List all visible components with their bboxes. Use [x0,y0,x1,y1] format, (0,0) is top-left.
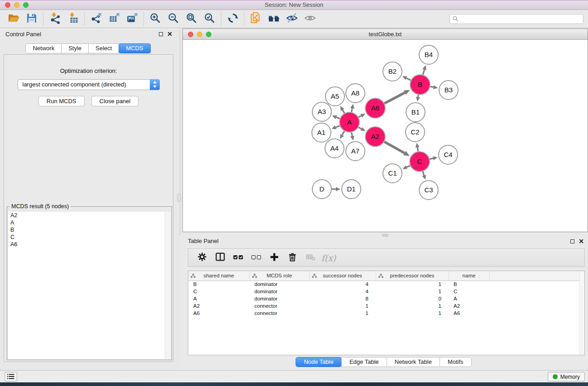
cell-mcds-role[interactable]: connector [249,310,309,317]
result-item-b[interactable]: B [8,226,171,234]
cell-shared-name[interactable]: C [188,288,249,295]
node-A7[interactable]: A7 [346,142,365,161]
cell-successor-nodes[interactable]: 4 [309,288,376,295]
table-row[interactable]: Bdominator41B [188,281,584,288]
table-settings-button[interactable] [193,251,211,265]
node-A8[interactable]: A8 [346,84,365,103]
cell-shared-name[interactable]: A6 [188,310,249,317]
network-canvas[interactable]: B4B2BB3A5A8A6B1A3AC2A1A2A4A7C4CC1C3DD1 [183,40,588,232]
run-mcds-button[interactable]: Run MCDS [38,96,85,106]
result-scrollbar[interactable] [165,212,171,359]
export-table-button[interactable] [105,11,123,27]
node-A4[interactable]: A4 [325,139,344,158]
node-D1[interactable]: D1 [342,180,361,199]
node-A5[interactable]: A5 [325,87,344,106]
cell-name[interactable]: B [449,281,489,288]
column-header-mcds-role[interactable]: MCDS role [249,271,309,281]
node-B1[interactable]: B1 [406,103,425,122]
refresh-network-button[interactable] [224,11,242,27]
home-view-button[interactable] [265,11,283,27]
clone-network-button[interactable] [247,11,265,27]
tab-mcds[interactable]: MCDS [119,43,150,53]
cell-successor-nodes[interactable]: 1 [309,302,376,310]
close-panel-button[interactable]: Close panel [91,96,139,106]
node-A2[interactable]: A2 [365,127,385,147]
node-C4[interactable]: C4 [439,145,458,164]
cell-name[interactable]: A [449,295,489,302]
tab-edge-table[interactable]: Edge Table [341,357,387,367]
column-header-name[interactable]: name [449,271,489,281]
add-column-button[interactable] [265,251,283,265]
save-session-button[interactable] [23,11,41,27]
table-row[interactable]: A6connector11A6 [188,310,584,317]
zoom-selected-button[interactable] [201,11,219,27]
node-A3[interactable]: A3 [312,102,331,121]
node-B3[interactable]: B3 [439,81,458,100]
column-header-shared-name[interactable]: shared name [188,271,249,281]
cell-predecessor-nodes[interactable]: 0 [376,295,449,302]
node-C2[interactable]: C2 [406,123,425,142]
cell-mcds-role[interactable]: dominator [249,288,309,295]
select-all-button[interactable] [229,251,247,265]
memory-button[interactable]: Memory [548,372,585,381]
cell-successor-nodes[interactable]: 1 [309,310,376,317]
result-item-a2[interactable]: A2 [8,212,171,219]
zoom-in-button[interactable] [146,11,164,27]
cell-predecessor-nodes[interactable]: 1 [376,281,449,288]
export-image-button[interactable] [123,11,141,27]
float-panel-icon[interactable] [159,32,163,36]
tab-motifs[interactable]: Motifs [440,357,472,367]
tab-select[interactable]: Select [88,43,119,53]
table-row[interactable]: A2connector11A2 [188,302,584,310]
tab-style[interactable]: Style [61,43,89,53]
cell-name[interactable]: A6 [449,310,489,317]
node-A[interactable]: A [339,112,359,132]
vertical-splitter-grip[interactable] [177,194,181,202]
node-A6[interactable]: A6 [365,98,385,118]
node-C1[interactable]: C1 [383,164,402,183]
result-item-a[interactable]: A [8,219,171,226]
result-item-a6[interactable]: A6 [8,241,171,248]
node-B2[interactable]: B2 [383,62,402,81]
table-row[interactable]: Adominator80A [188,295,584,302]
hide-selected-button[interactable] [283,11,301,27]
column-header-successor-nodes[interactable]: successor nodes [309,271,376,281]
cell-mcds-role[interactable]: dominator [249,295,309,302]
tab-network[interactable]: Network [25,43,62,53]
result-item-c[interactable]: C [8,234,171,241]
cell-predecessor-nodes[interactable]: 1 [376,310,449,317]
table-float-panel-icon[interactable] [570,239,574,243]
column-header-predecessor-nodes[interactable]: predecessor nodes [376,271,449,281]
node-C3[interactable]: C3 [419,181,438,200]
cell-name[interactable]: A2 [449,302,489,310]
cell-shared-name[interactable]: A [188,295,249,302]
zoom-out-button[interactable] [164,11,182,27]
cell-shared-name[interactable]: A2 [188,302,249,310]
table-row[interactable]: Cdominator41C [188,288,584,295]
cell-mcds-role[interactable]: dominator [249,281,309,288]
export-network-button[interactable] [87,11,105,27]
node-A1[interactable]: A1 [312,123,331,142]
open-folder-button[interactable] [5,11,23,27]
search-box[interactable] [449,14,583,24]
node-B4[interactable]: B4 [419,45,438,64]
network-window-titlebar[interactable]: testGlobe.txt [183,29,588,40]
deselect-all-button[interactable] [247,251,265,265]
criterion-select[interactable]: largest connected component (directed) [18,79,160,90]
node-B[interactable]: B [410,75,430,95]
node-C[interactable]: C [410,152,430,172]
search-input[interactable] [459,16,580,22]
cell-mcds-role[interactable]: connector [249,302,309,310]
show-all-button[interactable] [301,11,319,27]
tab-node-table[interactable]: Node Table [296,357,342,367]
table-scrollbar[interactable] [579,271,584,355]
tab-network-table[interactable]: Network Table [387,357,440,367]
cell-successor-nodes[interactable]: 8 [309,295,376,302]
node-D[interactable]: D [312,180,331,199]
horizontal-splitter-grip[interactable] [382,234,388,237]
import-network-button[interactable] [46,11,64,27]
cell-predecessor-nodes[interactable]: 1 [376,288,449,295]
table-close-panel-icon[interactable]: ✕ [578,239,584,243]
cell-successor-nodes[interactable]: 4 [309,281,376,288]
close-panel-icon[interactable]: ✕ [167,32,172,36]
